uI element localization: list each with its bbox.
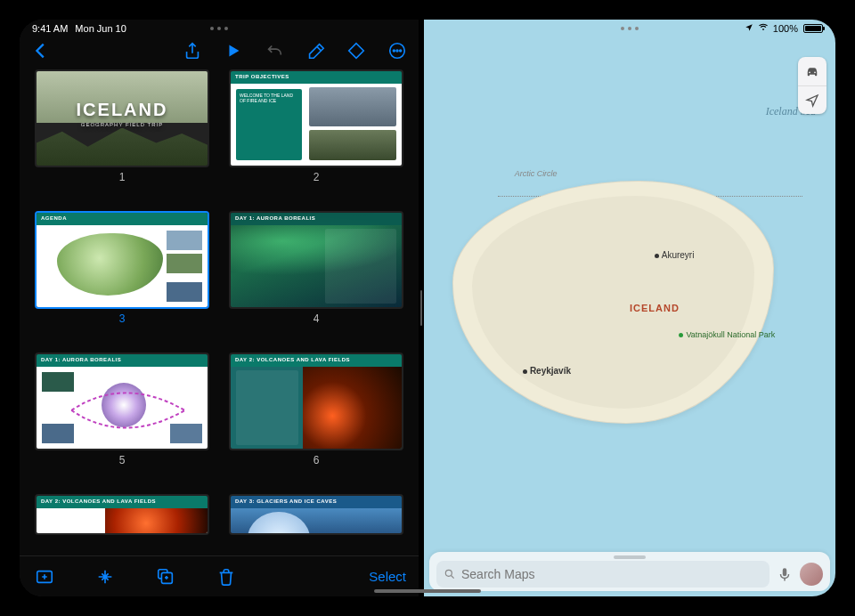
- slide-title: DAY 1: AURORA BOREALIS: [231, 213, 402, 225]
- undo-icon[interactable]: [262, 38, 287, 63]
- maps-app[interactable]: Iceland Sea Arctic Circle Iceland Reykja…: [424, 20, 835, 596]
- svg-point-2: [396, 50, 398, 52]
- outline-icon[interactable]: [93, 564, 118, 589]
- slide-thumbnail[interactable]: DAY 2: VOLCANOES AND LAVA FIELDS: [32, 494, 212, 555]
- slide-number: 6: [314, 454, 320, 466]
- city-label-reykjavik[interactable]: Reykjavík: [523, 366, 571, 376]
- park-label[interactable]: Vatnajökull National Park: [679, 331, 750, 340]
- back-button[interactable]: [28, 38, 53, 63]
- slide-number: 1: [119, 171, 126, 183]
- multitask-dots-left[interactable]: [210, 27, 228, 30]
- slide-number: 2: [314, 171, 320, 183]
- more-icon[interactable]: [385, 38, 410, 63]
- slide-number: 3: [119, 312, 126, 325]
- slide-thumbnail[interactable]: DAY 1: AURORA BOREALIS 4: [226, 211, 406, 345]
- animate-icon[interactable]: [344, 38, 369, 63]
- slide-number: 5: [119, 454, 126, 466]
- slide-title: TRIP OBJECTIVES: [231, 71, 402, 84]
- arctic-circle-label: Arctic Circle: [515, 169, 558, 178]
- slide-title: AGENDA: [37, 213, 208, 225]
- ipad-frame: 9:41 AM Mon Jun 10 100%: [0, 0, 855, 616]
- slide-thumbnail[interactable]: DAY 3: GLACIERS AND ICE CAVES: [226, 494, 406, 555]
- slide-subtitle: GEOGRAPHY FIELD TRIP: [77, 121, 168, 126]
- driving-mode-icon[interactable]: [798, 57, 826, 85]
- home-indicator[interactable]: [374, 589, 481, 593]
- sheet-grabber[interactable]: [614, 555, 646, 559]
- search-input[interactable]: Search Maps: [436, 561, 770, 588]
- duplicate-icon[interactable]: [153, 564, 178, 589]
- iceland-landmass: [452, 181, 773, 423]
- dictate-icon[interactable]: [777, 566, 793, 582]
- add-slide-icon[interactable]: [32, 564, 57, 589]
- slide-thumbnail[interactable]: ICELAND GEOGRAPHY FIELD TRIP 1: [32, 69, 212, 204]
- slide-thumbnail[interactable]: AGENDA 3: [32, 211, 212, 345]
- slide-title: DAY 1: AURORA BOREALIS: [37, 354, 208, 367]
- slide-title: DAY 2: VOLCANOES AND LAVA FIELDS: [231, 354, 402, 367]
- country-label: Iceland: [630, 303, 680, 313]
- play-icon[interactable]: [221, 38, 246, 63]
- slide-title: DAY 3: GLACIERS AND ICE CAVES: [231, 496, 402, 508]
- brush-icon[interactable]: [303, 38, 328, 63]
- maps-search-sheet[interactable]: Search Maps: [429, 552, 830, 591]
- keynote-bottom-toolbar: Select: [20, 555, 419, 596]
- search-icon: [444, 568, 456, 580]
- slide-thumbnail[interactable]: TRIP OBJECTIVES WELCOME TO THE LAND OF F…: [226, 69, 406, 204]
- trash-icon[interactable]: [214, 564, 239, 589]
- slide-title: DAY 2: VOLCANOES AND LAVA FIELDS: [37, 496, 208, 508]
- city-label-akureyri[interactable]: Akureyri: [655, 250, 695, 260]
- svg-point-1: [393, 50, 395, 52]
- slide-subtitle: WELCOME TO THE LAND OF FIRE AND ICE: [240, 93, 298, 103]
- svg-point-3: [400, 50, 402, 52]
- map-controls: [798, 57, 826, 114]
- slide-thumbnail[interactable]: DAY 2: VOLCANOES AND LAVA FIELDS 6: [226, 353, 406, 487]
- slide-number: 4: [314, 312, 320, 325]
- keynote-app: ICELAND GEOGRAPHY FIELD TRIP 1 TRIP OBJE…: [20, 20, 419, 596]
- search-placeholder: Search Maps: [461, 567, 534, 581]
- locate-me-icon[interactable]: [798, 85, 826, 114]
- select-button[interactable]: Select: [369, 569, 406, 584]
- share-icon[interactable]: [180, 38, 205, 63]
- multitask-dots-right[interactable]: [621, 27, 639, 30]
- account-avatar[interactable]: [800, 563, 823, 586]
- slide-title: ICELAND: [77, 99, 168, 118]
- svg-point-6: [445, 570, 452, 576]
- slide-grid[interactable]: ICELAND GEOGRAPHY FIELD TRIP 1 TRIP OBJE…: [20, 66, 419, 555]
- slide-thumbnail[interactable]: DAY 1: AURORA BOREALIS 5: [32, 353, 212, 487]
- screen: 9:41 AM Mon Jun 10 100%: [20, 20, 835, 596]
